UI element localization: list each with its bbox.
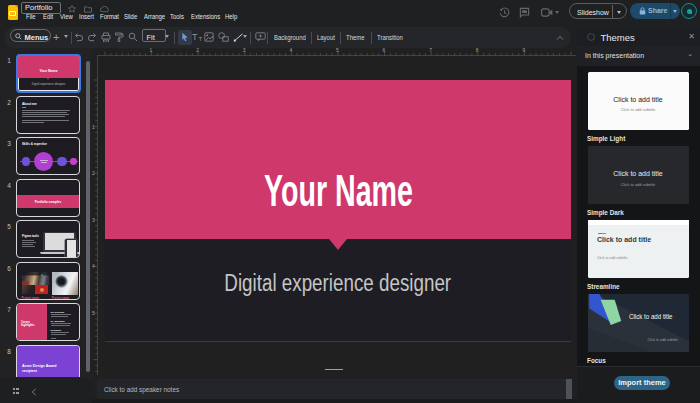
svg-text:T: T — [192, 32, 198, 41]
svg-text:T: T — [199, 36, 203, 42]
